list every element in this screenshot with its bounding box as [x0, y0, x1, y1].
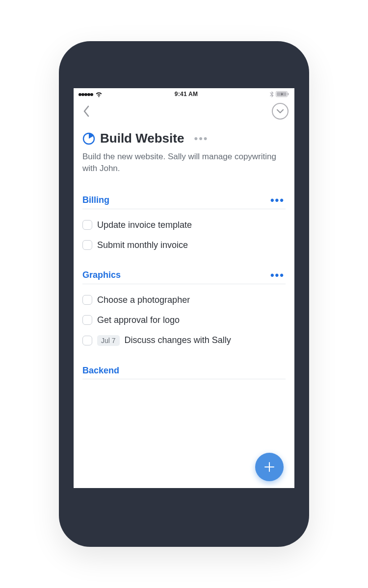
battery-icon	[276, 91, 289, 97]
section-graphics: Graphics ••• Choose a photographer Get a…	[82, 270, 286, 351]
task-row[interactable]: Update invoice template	[82, 215, 286, 235]
section-title: Backend	[82, 366, 119, 376]
wifi-icon	[95, 92, 103, 97]
plus-icon	[263, 461, 276, 473]
chevron-down-icon	[276, 109, 284, 114]
section-title: Graphics	[82, 270, 121, 280]
bluetooth-icon	[270, 91, 274, 98]
task-list: Choose a photographer Get approval for l…	[82, 284, 286, 351]
task-checkbox[interactable]	[82, 295, 92, 305]
task-date-pill: Jul 7	[97, 335, 120, 346]
task-title: Update invoice template	[97, 220, 192, 230]
status-right	[270, 91, 289, 98]
signal-strength-icon	[79, 91, 93, 98]
add-task-fab[interactable]	[255, 453, 284, 481]
svg-rect-2	[288, 93, 289, 96]
task-title: Submit monthly invoice	[97, 240, 188, 250]
task-title: Choose a photographer	[97, 295, 190, 305]
task-checkbox[interactable]	[82, 220, 92, 230]
section-more-button[interactable]: •••	[269, 195, 286, 206]
section-header[interactable]: Billing •••	[82, 195, 286, 209]
task-row[interactable]: Jul 7 Discuss changes with Sally	[82, 330, 286, 351]
content: Build Website ••• Build the new website.…	[74, 124, 294, 488]
task-title: Get approval for logo	[97, 315, 180, 325]
status-left	[79, 91, 103, 98]
task-checkbox[interactable]	[82, 240, 92, 250]
nav-bar	[74, 98, 294, 124]
project-more-button[interactable]: •••	[192, 133, 210, 144]
complete-toggle-button[interactable]	[272, 103, 289, 120]
task-row[interactable]: Get approval for logo	[82, 310, 286, 330]
task-row[interactable]: Choose a photographer	[82, 290, 286, 310]
back-button[interactable]	[77, 101, 96, 121]
sections: Billing ••• Update invoice template Subm…	[82, 195, 286, 379]
section-more-button[interactable]: •••	[269, 270, 286, 281]
task-checkbox[interactable]	[82, 315, 92, 325]
project-progress-icon	[82, 132, 95, 145]
section-header[interactable]: Backend	[82, 366, 286, 379]
status-bar: 9:41 AM	[74, 88, 294, 98]
project-title: Build Website	[100, 131, 184, 146]
section-title: Billing	[82, 195, 109, 205]
status-time: 9:41 AM	[175, 91, 198, 98]
task-list: Update invoice template Submit monthly i…	[82, 209, 286, 255]
section-header[interactable]: Graphics •••	[82, 270, 286, 284]
phone-frame: 9:41 AM	[59, 41, 309, 547]
section-backend: Backend	[82, 366, 286, 379]
project-description: Build the new website. Sally will manage…	[82, 151, 286, 174]
chevron-left-icon	[83, 105, 90, 117]
screen: 9:41 AM	[74, 88, 294, 488]
project-header: Build Website •••	[82, 131, 286, 146]
task-row[interactable]: Submit monthly invoice	[82, 235, 286, 255]
task-title: Discuss changes with Sally	[125, 335, 231, 345]
task-checkbox[interactable]	[82, 336, 92, 345]
section-billing: Billing ••• Update invoice template Subm…	[82, 195, 286, 255]
